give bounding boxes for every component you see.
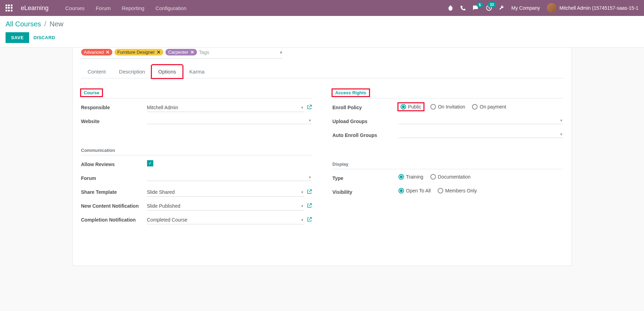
chevron-down-icon[interactable]: ▼	[560, 119, 563, 122]
avatar	[547, 3, 557, 13]
navbar-left: eLearning Courses Forum Reporting Config…	[6, 5, 187, 12]
external-link-icon[interactable]	[307, 203, 312, 209]
chevron-down-icon[interactable]: ▼	[301, 204, 304, 208]
radio-documentation[interactable]: Documentation	[430, 174, 471, 180]
row-share-template: Share Template Slide Shared ▼	[81, 188, 312, 198]
label-new-content: New Content Notification	[81, 202, 147, 209]
chevron-down-icon[interactable]: ▾	[280, 50, 282, 55]
label-visibility: Visibility	[333, 188, 398, 195]
nav-forum[interactable]: Forum	[96, 5, 111, 11]
tab-karma[interactable]: Karma	[183, 65, 211, 78]
chevron-down-icon[interactable]: ▼	[301, 190, 304, 194]
chevron-down-icon[interactable]: ▼	[308, 175, 312, 179]
phone-icon[interactable]	[460, 5, 466, 11]
allow-reviews-checkbox[interactable]: ✓	[147, 160, 153, 166]
tab-description[interactable]: Description	[112, 65, 152, 78]
breadcrumb-separator: /	[44, 20, 46, 28]
left-column: Course Responsible Mitchell Admin ▼	[81, 87, 312, 230]
tag-carpenter[interactable]: Carpenter ✕	[165, 49, 197, 55]
radio-on-invitation[interactable]: On Invitation	[430, 103, 465, 110]
radio-members-only[interactable]: Members Only	[438, 188, 477, 193]
tools-icon[interactable]	[499, 5, 505, 11]
messages-icon[interactable]: 5	[473, 5, 479, 11]
completion-input[interactable]: Completed Course ▼	[147, 216, 304, 224]
tags-field[interactable]: Advanced ✕ Furniture Designer ✕ Carpente…	[81, 47, 282, 59]
chevron-down-icon[interactable]: ▼	[301, 106, 304, 110]
section-course-label: Course	[81, 89, 102, 96]
breadcrumb-current: New	[50, 20, 63, 28]
nav-reporting[interactable]: Reporting	[122, 5, 144, 11]
radio-icon	[401, 104, 406, 110]
auto-enroll-input[interactable]: ▼	[398, 131, 563, 138]
radio-icon	[430, 174, 436, 180]
row-allow-reviews: Allow Reviews ✓	[81, 160, 312, 171]
section-access-rights-label: Access Rights	[333, 89, 369, 96]
activities-icon[interactable]: 32	[486, 5, 492, 11]
radio-public[interactable]: Public	[398, 103, 423, 110]
forum-input[interactable]: ▼	[147, 174, 312, 181]
label-type: Type	[333, 174, 398, 181]
activities-badge: 32	[488, 2, 496, 7]
label-website: Website	[81, 117, 147, 124]
new-content-input[interactable]: Slide Published ▼	[147, 202, 304, 210]
label-auto-enroll: Auto Enroll Groups	[333, 131, 398, 138]
upload-groups-input[interactable]: ▼	[398, 117, 563, 124]
row-upload-groups: Upload Groups ▼	[333, 117, 563, 128]
section-display: Display	[333, 162, 563, 169]
share-template-value: Slide Shared	[147, 189, 175, 195]
radio-icon	[430, 104, 436, 110]
discard-button[interactable]: DISCARD	[33, 35, 55, 40]
radio-on-payment[interactable]: On payment	[472, 103, 506, 110]
tab-content[interactable]: Content	[81, 65, 113, 78]
breadcrumb-parent[interactable]: All Courses	[6, 20, 41, 28]
tag-remove-icon[interactable]: ✕	[190, 50, 194, 55]
chevron-down-icon[interactable]: ▼	[308, 119, 312, 122]
completion-value: Completed Course	[147, 217, 188, 223]
responsible-input[interactable]: Mitchell Admin ▼	[147, 103, 304, 112]
label-upload-groups: Upload Groups	[333, 117, 398, 124]
tag-remove-icon[interactable]: ✕	[157, 50, 161, 55]
row-new-content: New Content Notification Slide Published…	[81, 202, 312, 212]
breadcrumb: All Courses / New	[6, 20, 638, 28]
tag-label: Advanced	[84, 50, 104, 55]
nav-courses[interactable]: Courses	[65, 5, 85, 11]
radio-label: Open To All	[406, 188, 431, 193]
tag-remove-icon[interactable]: ✕	[106, 50, 110, 55]
row-enroll-policy: Enroll Policy Public On Invitation	[333, 103, 563, 114]
radio-icon	[438, 188, 443, 193]
radio-label: Members Only	[445, 188, 477, 193]
nav-menu: Courses Forum Reporting Configuration	[65, 5, 186, 11]
company-switcher[interactable]: My Company	[512, 5, 540, 11]
website-input[interactable]: ▼	[147, 117, 312, 124]
external-link-icon[interactable]	[307, 217, 312, 223]
user-menu[interactable]: Mitchell Admin (15745157-saas-15-1	[547, 3, 638, 13]
user-name: Mitchell Admin (15745157-saas-15-1	[559, 5, 638, 11]
tab-options[interactable]: Options	[152, 65, 183, 78]
save-button[interactable]: SAVE	[6, 32, 29, 43]
nav-configuration[interactable]: Configuration	[155, 5, 186, 11]
radio-label: Public	[408, 104, 421, 110]
chevron-down-icon[interactable]: ▼	[301, 218, 304, 222]
tag-furniture-designer[interactable]: Furniture Designer ✕	[114, 49, 163, 55]
content-area: Advanced ✕ Furniture Designer ✕ Carpente…	[0, 47, 644, 266]
chevron-down-icon[interactable]: ▼	[560, 132, 563, 136]
radio-training[interactable]: Training	[398, 174, 423, 180]
label-responsible: Responsible	[81, 103, 147, 110]
action-buttons: SAVE DISCARD	[6, 32, 638, 43]
tag-advanced[interactable]: Advanced ✕	[81, 49, 113, 55]
external-link-icon[interactable]	[307, 105, 312, 111]
label-completion: Completion Notification	[81, 216, 147, 223]
bug-icon[interactable]	[448, 5, 453, 11]
row-website: Website ▼	[81, 117, 312, 128]
label-enroll-policy: Enroll Policy	[333, 103, 398, 110]
radio-open-to-all[interactable]: Open To All	[398, 188, 431, 193]
row-forum: Forum ▼	[81, 174, 312, 184]
share-template-input[interactable]: Slide Shared ▼	[147, 188, 304, 197]
apps-icon[interactable]	[6, 5, 12, 11]
top-navbar: eLearning Courses Forum Reporting Config…	[0, 0, 644, 16]
row-type: Type Training Documentation	[333, 174, 563, 184]
form-sheet: Advanced ✕ Furniture Designer ✕ Carpente…	[72, 47, 572, 266]
external-link-icon[interactable]	[307, 189, 312, 195]
radio-label: Training	[406, 174, 423, 180]
app-name[interactable]: eLearning	[21, 5, 49, 12]
